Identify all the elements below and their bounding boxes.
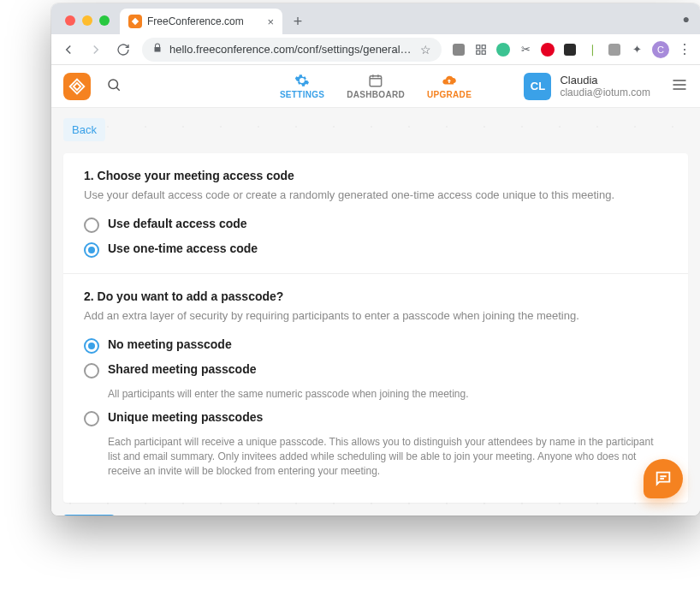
browser-tab[interactable]: FreeConference.com ×: [120, 9, 282, 34]
address-bar[interactable]: hello.freeconference.com/conf/settings/g…: [142, 38, 442, 62]
radio-label: Use one-time access code: [108, 241, 258, 255]
close-window-button[interactable]: [65, 15, 75, 26]
hamburger-menu-icon[interactable]: [671, 76, 688, 97]
app-logo[interactable]: [63, 73, 91, 100]
svg-point-4: [109, 80, 118, 89]
tab-overflow-icon[interactable]: ●: [683, 12, 690, 26]
radio-shared-passcode[interactable]: Shared meeting passcode: [84, 362, 667, 378]
window-controls: [60, 15, 115, 34]
extension-icons: ✂ ❘ ✦ C ⋮: [452, 41, 691, 58]
lock-icon: [152, 43, 163, 56]
chat-fab[interactable]: [644, 459, 683, 498]
nav-settings[interactable]: SETTINGS: [280, 73, 324, 99]
user-avatar: CL: [524, 73, 551, 100]
back-button[interactable]: Back: [63, 118, 105, 141]
toolbar: hello.freeconference.com/conf/settings/g…: [51, 34, 700, 65]
app-header: SETTINGS DASHBOARD UPGRADE CL Claudia cl…: [51, 65, 700, 108]
nav-settings-label: SETTINGS: [280, 90, 324, 99]
svg-rect-5: [370, 76, 382, 86]
radio-label: Unique meeting passcodes: [108, 410, 263, 424]
tab-favicon: [128, 15, 142, 28]
radio-icon: [84, 218, 99, 233]
radio-shared-desc: All participants will enter the same num…: [108, 387, 667, 402]
svg-rect-0: [477, 45, 480, 48]
radio-label: Use default access code: [108, 217, 247, 230]
svg-rect-3: [482, 51, 485, 54]
reload-icon[interactable]: [115, 41, 132, 58]
user-name: Claudia: [560, 74, 650, 87]
extension-green-icon[interactable]: [496, 43, 510, 57]
cloud-upload-icon: [442, 73, 457, 88]
save-button[interactable]: Save: [63, 515, 115, 516]
content-area: Back 1. Choose your meeting access code …: [51, 108, 700, 516]
extensions-puzzle-icon[interactable]: ✦: [630, 43, 644, 57]
tab-strip: FreeConference.com × + ●: [51, 3, 700, 34]
radio-label: No meeting passcode: [108, 337, 232, 351]
calendar-icon: [368, 73, 383, 88]
radio-default-access-code[interactable]: Use default access code: [84, 217, 667, 233]
section2-title: 2. Do you want to add a passcode?: [84, 289, 667, 303]
section1-title: 1. Choose your meeting access code: [84, 169, 667, 182]
section2-subtitle: Add an extra layer of security by requir…: [84, 308, 667, 324]
user-email: claudia@iotum.com: [560, 86, 650, 98]
extension-grid-icon[interactable]: [474, 43, 488, 57]
radio-icon: [84, 338, 99, 354]
gear-icon: [294, 73, 310, 88]
nav-upgrade[interactable]: UPGRADE: [427, 73, 472, 99]
forward-nav-icon[interactable]: [87, 41, 104, 58]
tab-close-icon[interactable]: ×: [267, 15, 274, 28]
browser-menu-icon[interactable]: ⋮: [678, 41, 691, 57]
header-nav: SETTINGS DASHBOARD UPGRADE: [280, 73, 472, 99]
radio-icon: [84, 411, 99, 426]
radio-no-passcode[interactable]: No meeting passcode: [84, 337, 667, 354]
extension-camera-icon[interactable]: [452, 43, 466, 57]
minimize-window-button[interactable]: [82, 15, 92, 26]
nav-dashboard[interactable]: DASHBOARD: [347, 73, 405, 99]
chat-icon: [654, 469, 673, 488]
new-tab-button[interactable]: +: [286, 9, 310, 33]
radio-label: Shared meeting passcode: [108, 362, 257, 376]
back-nav-icon[interactable]: [60, 41, 77, 58]
divider: [63, 273, 688, 274]
tab-title: FreeConference.com: [147, 15, 262, 27]
extension-pinterest-icon[interactable]: [541, 43, 555, 57]
radio-onetime-access-code[interactable]: Use one-time access code: [84, 241, 667, 258]
nav-dashboard-label: DASHBOARD: [347, 90, 405, 99]
radio-icon: [84, 242, 99, 258]
radio-unique-desc: Each participant will receive a unique p…: [108, 435, 667, 478]
section1-subtitle: Use your default access code or create a…: [84, 188, 667, 203]
maximize-window-button[interactable]: [99, 15, 110, 26]
url-text: hello.freeconference.com/conf/settings/g…: [169, 43, 413, 56]
search-button[interactable]: [106, 77, 122, 96]
profile-avatar-icon[interactable]: C: [652, 41, 669, 58]
user-menu[interactable]: CL Claudia claudia@iotum.com: [524, 73, 688, 100]
radio-icon: [84, 363, 99, 378]
user-meta: Claudia claudia@iotum.com: [560, 74, 650, 99]
svg-rect-1: [482, 45, 485, 48]
settings-card: 1. Choose your meeting access code Use y…: [63, 153, 688, 503]
bookmark-star-icon[interactable]: ☆: [420, 43, 431, 57]
extension-leaf-icon[interactable]: ❘: [585, 43, 599, 57]
extension-dark-icon[interactable]: [563, 43, 577, 57]
extension-gray-icon[interactable]: [608, 43, 621, 57]
svg-rect-2: [477, 51, 480, 54]
nav-upgrade-label: UPGRADE: [427, 90, 472, 99]
browser-window: FreeConference.com × + ● hello.freeconfe…: [51, 3, 700, 516]
radio-unique-passcodes[interactable]: Unique meeting passcodes: [84, 410, 667, 426]
extension-scissors-icon[interactable]: ✂: [519, 43, 532, 57]
